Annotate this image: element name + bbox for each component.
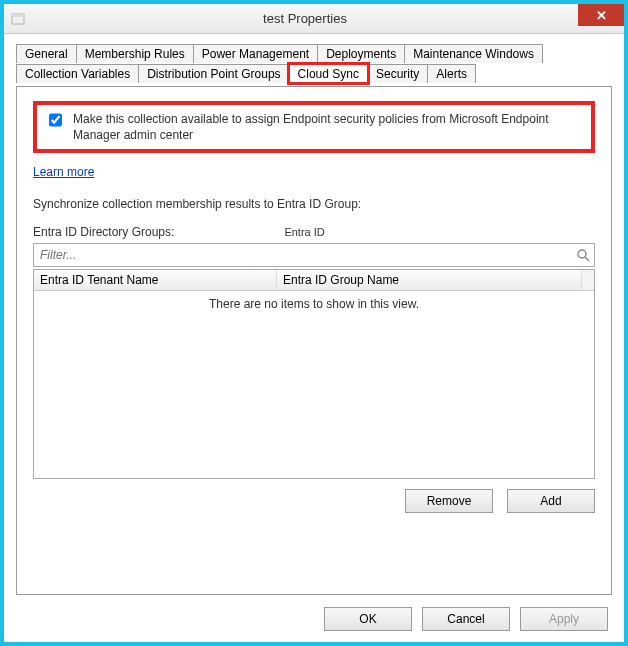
dialog-body: General Membership Rules Power Managemen… bbox=[4, 34, 624, 643]
cancel-button[interactable]: Cancel bbox=[422, 607, 510, 631]
empty-message: There are no items to show in this view. bbox=[209, 297, 419, 311]
filter-box bbox=[33, 243, 595, 267]
endpoint-security-option: Make this collection available to assign… bbox=[33, 101, 595, 153]
endpoint-security-checkbox[interactable] bbox=[49, 113, 62, 127]
ok-button[interactable]: OK bbox=[324, 607, 412, 631]
group-label-row: Entra ID Directory Groups: Entra ID bbox=[33, 225, 595, 239]
tabstrip: General Membership Rules Power Managemen… bbox=[16, 44, 612, 86]
tab-power-management[interactable]: Power Management bbox=[193, 44, 318, 63]
tab-membership-rules[interactable]: Membership Rules bbox=[76, 44, 194, 63]
apply-button[interactable]: Apply bbox=[520, 607, 608, 631]
list-buttons: Remove Add bbox=[33, 489, 595, 513]
close-button[interactable]: ✕ bbox=[578, 4, 624, 26]
column-group-name[interactable]: Entra ID Group Name bbox=[277, 270, 582, 290]
tab-cloud-sync[interactable]: Cloud Sync bbox=[289, 64, 368, 83]
listview-body: There are no items to show in this view. bbox=[34, 291, 594, 478]
app-icon bbox=[10, 11, 26, 27]
tab-panel-cloud-sync: Make this collection available to assign… bbox=[16, 86, 612, 595]
tab-maintenance-windows[interactable]: Maintenance Windows bbox=[404, 44, 543, 63]
groups-listview: Entra ID Tenant Name Entra ID Group Name… bbox=[33, 269, 595, 479]
tab-security[interactable]: Security bbox=[367, 64, 428, 83]
svg-rect-1 bbox=[12, 14, 24, 17]
directory-groups-label: Entra ID Directory Groups: bbox=[33, 225, 174, 239]
tab-alerts[interactable]: Alerts bbox=[427, 64, 476, 83]
tab-collection-variables[interactable]: Collection Variables bbox=[16, 64, 139, 83]
learn-more-link[interactable]: Learn more bbox=[33, 165, 94, 179]
dialog-buttons: OK Cancel Apply bbox=[16, 607, 612, 631]
remove-button[interactable]: Remove bbox=[405, 489, 493, 513]
tab-deployments[interactable]: Deployments bbox=[317, 44, 405, 63]
window-title: test Properties bbox=[26, 11, 624, 26]
add-button[interactable]: Add bbox=[507, 489, 595, 513]
titlebar: test Properties ✕ bbox=[4, 4, 624, 34]
search-icon[interactable] bbox=[572, 248, 594, 262]
filter-input[interactable] bbox=[34, 248, 572, 262]
column-tenant-name[interactable]: Entra ID Tenant Name bbox=[34, 270, 277, 290]
svg-line-3 bbox=[585, 257, 589, 261]
tab-distribution-point-groups[interactable]: Distribution Point Groups bbox=[138, 64, 289, 83]
directory-groups-sublabel: Entra ID bbox=[284, 226, 324, 238]
svg-point-2 bbox=[578, 250, 586, 258]
sync-description: Synchronize collection membership result… bbox=[33, 197, 595, 211]
column-gap bbox=[582, 270, 594, 290]
endpoint-security-label: Make this collection available to assign… bbox=[73, 111, 583, 143]
tab-general[interactable]: General bbox=[16, 44, 77, 63]
listview-header: Entra ID Tenant Name Entra ID Group Name bbox=[34, 270, 594, 291]
